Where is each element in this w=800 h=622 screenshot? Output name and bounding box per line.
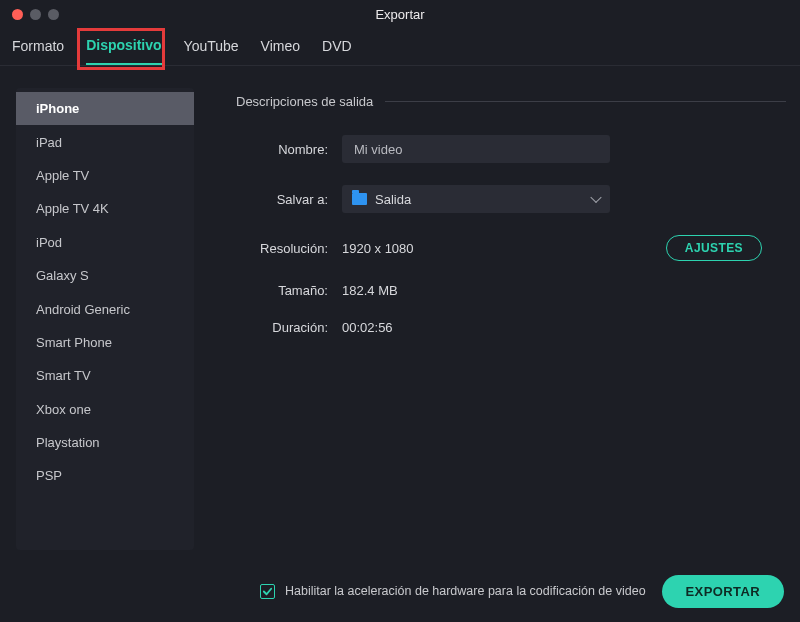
sidebar-item-galaxy-s[interactable]: Galaxy S: [16, 259, 194, 292]
sidebar-item-label: Xbox one: [36, 402, 91, 417]
duration-value: 00:02:56: [342, 320, 393, 335]
sidebar-item-smart-tv[interactable]: Smart TV: [16, 359, 194, 392]
save-to-select[interactable]: Salida: [342, 185, 610, 213]
close-window-button[interactable]: [12, 9, 23, 20]
tab-label: YouTube: [184, 38, 239, 54]
sidebar-item-label: Apple TV: [36, 168, 89, 183]
sidebar-item-label: Galaxy S: [36, 268, 89, 283]
sidebar-item-label: Playstation: [36, 435, 100, 450]
tab-bar: Formato Dispositivo YouTube Vimeo DVD: [0, 28, 800, 66]
tab-youtube[interactable]: YouTube: [184, 38, 239, 64]
footer: Habilitar la aceleración de hardware par…: [0, 574, 800, 622]
save-to-value: Salida: [375, 192, 411, 207]
sidebar-item-smart-phone[interactable]: Smart Phone: [16, 326, 194, 359]
sidebar-item-ipod[interactable]: iPod: [16, 226, 194, 259]
tab-label: Vimeo: [261, 38, 300, 54]
tab-vimeo[interactable]: Vimeo: [261, 38, 300, 64]
resolution-value: 1920 x 1080: [342, 241, 414, 256]
hw-accel-label: Habilitar la aceleración de hardware par…: [285, 584, 646, 598]
sidebar-item-psp[interactable]: PSP: [16, 459, 194, 492]
settings-button[interactable]: AJUSTES: [666, 235, 762, 261]
sidebar-item-label: iPad: [36, 135, 62, 150]
export-button[interactable]: EXPORTAR: [662, 575, 784, 608]
output-settings-panel: Descripciones de salida Nombre: Salvar a…: [194, 88, 786, 550]
maximize-window-button[interactable]: [48, 9, 59, 20]
window-title: Exportar: [0, 7, 800, 22]
divider: [385, 101, 786, 102]
tab-label: Formato: [12, 38, 64, 54]
hw-accel-checkbox[interactable]: Habilitar la aceleración de hardware par…: [260, 584, 646, 599]
titlebar: Exportar: [0, 0, 800, 28]
sidebar-item-ipad[interactable]: iPad: [16, 125, 194, 158]
name-input[interactable]: [342, 135, 610, 163]
sidebar-item-label: Android Generic: [36, 302, 130, 317]
sidebar-item-apple-tv[interactable]: Apple TV: [16, 159, 194, 192]
sidebar-item-label: Apple TV 4K: [36, 201, 109, 216]
sidebar-item-xbox-one[interactable]: Xbox one: [16, 393, 194, 426]
tab-dispositivo[interactable]: Dispositivo: [86, 37, 161, 65]
chevron-down-icon: [590, 192, 601, 203]
name-label: Nombre:: [236, 142, 342, 157]
size-label: Tamaño:: [236, 283, 342, 298]
sidebar-item-label: Smart Phone: [36, 335, 112, 350]
sidebar-item-playstation[interactable]: Playstation: [16, 426, 194, 459]
resolution-label: Resolución:: [236, 241, 342, 256]
save-to-label: Salvar a:: [236, 192, 342, 207]
size-value: 182.4 MB: [342, 283, 398, 298]
sidebar-item-label: iPod: [36, 235, 62, 250]
tab-label: DVD: [322, 38, 352, 54]
folder-icon: [352, 193, 367, 205]
traffic-lights: [0, 9, 59, 20]
device-list: iPhone iPad Apple TV Apple TV 4K iPod Ga…: [16, 88, 194, 550]
sidebar-item-label: Smart TV: [36, 368, 91, 383]
tab-label: Dispositivo: [86, 37, 161, 53]
sidebar-item-android-generic[interactable]: Android Generic: [16, 292, 194, 325]
sidebar-item-iphone[interactable]: iPhone: [16, 92, 194, 125]
sidebar-item-label: PSP: [36, 468, 62, 483]
sidebar-item-label: iPhone: [36, 101, 79, 116]
tab-dvd[interactable]: DVD: [322, 38, 352, 64]
checkbox-icon: [260, 584, 275, 599]
minimize-window-button[interactable]: [30, 9, 41, 20]
sidebar-item-apple-tv-4k[interactable]: Apple TV 4K: [16, 192, 194, 225]
tab-formato[interactable]: Formato: [12, 38, 64, 64]
section-title: Descripciones de salida: [236, 94, 373, 109]
duration-label: Duración:: [236, 320, 342, 335]
